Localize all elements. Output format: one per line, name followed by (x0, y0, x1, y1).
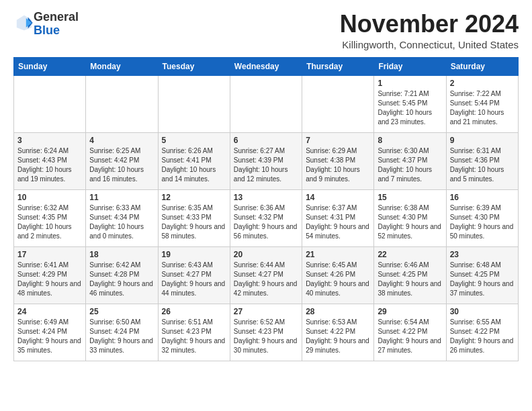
day-number: 7 (306, 136, 370, 145)
calendar-cell: 7Sunrise: 6:29 AMSunset: 4:38 PMDaylight… (302, 132, 374, 189)
calendar-week-row: 3Sunrise: 6:24 AMSunset: 4:43 PMDaylight… (14, 132, 519, 189)
calendar-week-row: 17Sunrise: 6:41 AMSunset: 4:29 PMDayligh… (14, 246, 519, 304)
calendar-cell: 23Sunrise: 6:48 AMSunset: 4:25 PMDayligh… (446, 246, 518, 304)
day-info: Sunrise: 6:41 AMSunset: 4:29 PMDaylight:… (17, 261, 82, 298)
day-number: 18 (89, 250, 154, 259)
day-number: 19 (162, 250, 226, 259)
day-info: Sunrise: 6:24 AMSunset: 4:43 PMDaylight:… (17, 146, 82, 184)
day-header-thursday: Thursday (302, 57, 374, 75)
calendar-cell: 10Sunrise: 6:32 AMSunset: 4:35 PMDayligh… (14, 189, 86, 246)
day-info: Sunrise: 6:44 AMSunset: 4:27 PMDaylight:… (234, 261, 298, 298)
calendar-cell (14, 75, 86, 132)
calendar-week-row: 24Sunrise: 6:49 AMSunset: 4:24 PMDayligh… (14, 304, 519, 361)
day-info: Sunrise: 6:45 AMSunset: 4:26 PMDaylight:… (306, 261, 370, 298)
day-info: Sunrise: 6:31 AMSunset: 4:36 PMDaylight:… (450, 146, 515, 184)
day-info: Sunrise: 6:51 AMSunset: 4:23 PMDaylight:… (162, 318, 226, 355)
calendar-header-row: SundayMondayTuesdayWednesdayThursdayFrid… (14, 57, 519, 75)
day-number: 12 (162, 193, 226, 202)
day-info: Sunrise: 6:38 AMSunset: 4:30 PMDaylight:… (378, 203, 442, 241)
day-number: 29 (378, 307, 442, 316)
day-number: 4 (89, 136, 154, 145)
day-number: 17 (17, 250, 82, 259)
day-number: 13 (234, 193, 298, 202)
day-header-saturday: Saturday (446, 57, 518, 75)
day-info: Sunrise: 6:33 AMSunset: 4:34 PMDaylight:… (89, 203, 154, 241)
day-info: Sunrise: 6:42 AMSunset: 4:28 PMDaylight:… (89, 261, 154, 298)
calendar-cell: 21Sunrise: 6:45 AMSunset: 4:26 PMDayligh… (302, 246, 374, 304)
day-number: 2 (450, 79, 515, 88)
calendar-cell: 30Sunrise: 6:55 AMSunset: 4:22 PMDayligh… (446, 304, 518, 361)
month-title: November 2024 (340, 11, 519, 38)
day-info: Sunrise: 7:21 AMSunset: 5:45 PMDaylight:… (378, 89, 442, 127)
day-info: Sunrise: 6:46 AMSunset: 4:25 PMDaylight:… (378, 261, 442, 298)
day-number: 15 (378, 193, 442, 202)
day-number: 9 (450, 136, 515, 145)
calendar-cell: 18Sunrise: 6:42 AMSunset: 4:28 PMDayligh… (86, 246, 158, 304)
day-info: Sunrise: 6:53 AMSunset: 4:22 PMDaylight:… (306, 318, 370, 355)
calendar-cell: 8Sunrise: 6:30 AMSunset: 4:37 PMDaylight… (374, 132, 446, 189)
logo-text: General Blue (34, 11, 79, 38)
calendar-cell: 17Sunrise: 6:41 AMSunset: 4:29 PMDayligh… (14, 246, 86, 304)
day-header-wednesday: Wednesday (230, 57, 302, 75)
day-number: 11 (89, 193, 154, 202)
day-number: 16 (450, 193, 515, 202)
calendar-cell: 13Sunrise: 6:36 AMSunset: 4:32 PMDayligh… (230, 189, 302, 246)
location-title: Killingworth, Connecticut, United States (340, 39, 519, 50)
day-info: Sunrise: 6:26 AMSunset: 4:41 PMDaylight:… (162, 146, 226, 184)
day-number: 27 (234, 307, 298, 316)
calendar-cell: 11Sunrise: 6:33 AMSunset: 4:34 PMDayligh… (86, 189, 158, 246)
calendar-cell: 24Sunrise: 6:49 AMSunset: 4:24 PMDayligh… (14, 304, 86, 361)
calendar-cell: 9Sunrise: 6:31 AMSunset: 4:36 PMDaylight… (446, 132, 518, 189)
day-header-tuesday: Tuesday (158, 57, 230, 75)
calendar-cell: 12Sunrise: 6:35 AMSunset: 4:33 PMDayligh… (158, 189, 230, 246)
day-info: Sunrise: 6:25 AMSunset: 4:42 PMDaylight:… (89, 146, 154, 184)
day-info: Sunrise: 6:43 AMSunset: 4:27 PMDaylight:… (162, 261, 226, 298)
day-info: Sunrise: 6:55 AMSunset: 4:22 PMDaylight:… (450, 318, 515, 355)
logo-icon (15, 13, 34, 32)
calendar-cell: 14Sunrise: 6:37 AMSunset: 4:31 PMDayligh… (302, 189, 374, 246)
calendar-cell (158, 75, 230, 132)
day-number: 14 (306, 193, 370, 202)
calendar-cell: 4Sunrise: 6:25 AMSunset: 4:42 PMDaylight… (86, 132, 158, 189)
header: General Blue November 2024 Killingworth,… (13, 11, 519, 50)
day-number: 8 (378, 136, 442, 145)
day-number: 23 (450, 250, 515, 259)
calendar-cell: 15Sunrise: 6:38 AMSunset: 4:30 PMDayligh… (374, 189, 446, 246)
day-number: 3 (17, 136, 82, 145)
title-area: November 2024 Killingworth, Connecticut,… (340, 11, 519, 50)
calendar-cell (230, 75, 302, 132)
logo: General Blue (13, 11, 79, 38)
day-header-monday: Monday (86, 57, 158, 75)
calendar-cell: 2Sunrise: 7:22 AMSunset: 5:44 PMDaylight… (446, 75, 518, 132)
calendar-cell: 20Sunrise: 6:44 AMSunset: 4:27 PMDayligh… (230, 246, 302, 304)
day-number: 6 (234, 136, 298, 145)
day-info: Sunrise: 6:54 AMSunset: 4:22 PMDaylight:… (378, 318, 442, 355)
calendar-cell: 29Sunrise: 6:54 AMSunset: 4:22 PMDayligh… (374, 304, 446, 361)
day-number: 25 (89, 307, 154, 316)
day-header-sunday: Sunday (14, 57, 86, 75)
day-number: 22 (378, 250, 442, 259)
day-header-friday: Friday (374, 57, 446, 75)
calendar-cell: 19Sunrise: 6:43 AMSunset: 4:27 PMDayligh… (158, 246, 230, 304)
day-number: 24 (17, 307, 82, 316)
day-info: Sunrise: 6:35 AMSunset: 4:33 PMDaylight:… (162, 203, 226, 241)
calendar-cell (302, 75, 374, 132)
day-number: 10 (17, 193, 82, 202)
day-info: Sunrise: 6:48 AMSunset: 4:25 PMDaylight:… (450, 261, 515, 298)
day-number: 30 (450, 307, 515, 316)
day-info: Sunrise: 6:49 AMSunset: 4:24 PMDaylight:… (17, 318, 82, 355)
day-info: Sunrise: 6:37 AMSunset: 4:31 PMDaylight:… (306, 203, 370, 241)
calendar-cell: 26Sunrise: 6:51 AMSunset: 4:23 PMDayligh… (158, 304, 230, 361)
calendar-cell: 16Sunrise: 6:39 AMSunset: 4:30 PMDayligh… (446, 189, 518, 246)
day-info: Sunrise: 6:52 AMSunset: 4:23 PMDaylight:… (234, 318, 298, 355)
calendar-cell: 5Sunrise: 6:26 AMSunset: 4:41 PMDaylight… (158, 132, 230, 189)
calendar-cell: 28Sunrise: 6:53 AMSunset: 4:22 PMDayligh… (302, 304, 374, 361)
day-info: Sunrise: 6:39 AMSunset: 4:30 PMDaylight:… (450, 203, 515, 241)
day-info: Sunrise: 6:29 AMSunset: 4:38 PMDaylight:… (306, 146, 370, 184)
calendar-cell: 25Sunrise: 6:50 AMSunset: 4:24 PMDayligh… (86, 304, 158, 361)
calendar-table: SundayMondayTuesdayWednesdayThursdayFrid… (13, 57, 519, 361)
calendar-week-row: 1Sunrise: 7:21 AMSunset: 5:45 PMDaylight… (14, 75, 519, 132)
day-number: 28 (306, 307, 370, 316)
day-number: 21 (306, 250, 370, 259)
day-number: 26 (162, 307, 226, 316)
